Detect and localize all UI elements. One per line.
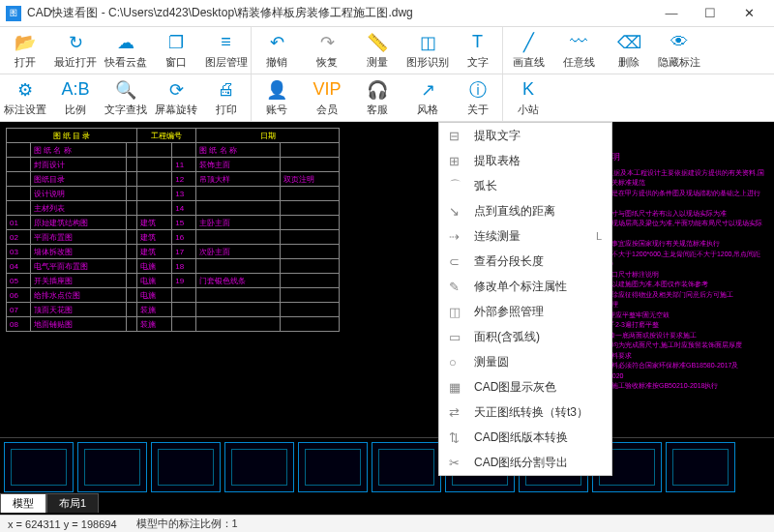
tool-open[interactable]: 📂打开 bbox=[0, 27, 50, 74]
menu-item[interactable]: ✂CAD图纸分割导出 bbox=[439, 450, 611, 475]
shape-icon: ◫ bbox=[417, 32, 438, 53]
table-row: 02平面布置图建筑16 bbox=[7, 230, 340, 245]
drawing-canvas[interactable]: 图 纸 目 录工程编号日期图 纸 名 称图 纸 名 称封面设计11装饰主面图纸目… bbox=[0, 122, 774, 526]
tool-label: 文字 bbox=[467, 55, 489, 70]
redo-icon: ↷ bbox=[316, 32, 338, 53]
menu-item[interactable]: ◫外部参照管理 bbox=[439, 299, 611, 324]
toolbar-row-2: ⚙标注设置A:B比例🔍文字查找⟳屏幕旋转🖨打印👤账号VIP会员🎧客服↗风格ⓘ关于… bbox=[0, 74, 774, 122]
tool-label: 打印 bbox=[216, 103, 237, 117]
thumbnail[interactable] bbox=[372, 442, 441, 492]
tool-label: 会员 bbox=[316, 103, 338, 117]
window-icon: ❐ bbox=[165, 32, 187, 53]
tool-label: 打开 bbox=[15, 55, 36, 70]
tool-rotate[interactable]: ⟳屏幕旋转 bbox=[151, 74, 201, 121]
print-icon: 🖨 bbox=[216, 79, 237, 101]
toolbar-row-1: 📂打开↻最近打开☁快看云盘❐窗口≡图层管理↶撤销↷恢复📏测量◫图形识别T文字╱画… bbox=[0, 27, 774, 74]
tool-style[interactable]: ↗风格 bbox=[402, 74, 453, 121]
tool-scale[interactable]: A:B比例 bbox=[50, 74, 101, 121]
thumbnail[interactable] bbox=[666, 442, 735, 492]
menu-item[interactable]: ✎修改单个标注属性 bbox=[439, 274, 611, 299]
freeline-icon: 〰 bbox=[568, 32, 589, 53]
menu-label: 连续测量 bbox=[474, 228, 521, 245]
menu-icon: ▦ bbox=[449, 380, 466, 395]
tool-account[interactable]: 👤账号 bbox=[252, 74, 302, 121]
style-icon: ↗ bbox=[417, 79, 438, 101]
menu-icon: ✂ bbox=[449, 456, 466, 470]
tool-recent[interactable]: ↻最近打开 bbox=[50, 27, 101, 74]
thumbnail[interactable] bbox=[151, 442, 221, 492]
statusbar: x = 624311 y = 198694 模型中的标注比例：1 bbox=[0, 515, 774, 532]
menu-label: 天正图纸转换（转t3） bbox=[474, 404, 588, 421]
tool-dimset[interactable]: ⚙标注设置 bbox=[0, 74, 50, 121]
titlebar: 图 CAD快速看图 - C:\Users\zd423\Desktop\精装修样板… bbox=[0, 0, 774, 27]
menu-item[interactable]: ⇢连续测量L bbox=[439, 223, 611, 249]
tool-label: 窗口 bbox=[165, 55, 187, 70]
tool-about[interactable]: ⓘ关于 bbox=[453, 74, 503, 121]
tool-cloud[interactable]: ☁快看云盘 bbox=[101, 27, 151, 74]
menu-label: 提取文字 bbox=[474, 128, 521, 144]
tool-shape[interactable]: ◫图形识别 bbox=[402, 27, 453, 74]
menu-icon: ⊟ bbox=[449, 129, 466, 143]
tool-label: 画直线 bbox=[513, 55, 545, 70]
menu-item[interactable]: ○测量圆 bbox=[439, 349, 611, 374]
menu-item[interactable]: ⊂查看分段长度 bbox=[439, 249, 611, 274]
tab-model[interactable]: 模型 bbox=[0, 493, 46, 513]
menu-item[interactable]: ↘点到直线的距离 bbox=[439, 198, 611, 223]
tool-undo[interactable]: ↶撤销 bbox=[252, 27, 302, 74]
menu-item[interactable]: ⊞提取表格 bbox=[439, 148, 611, 173]
thumbnail[interactable] bbox=[298, 442, 368, 492]
tool-label: 关于 bbox=[467, 103, 489, 117]
menu-icon: ⊂ bbox=[449, 254, 466, 269]
maximize-button[interactable]: ☐ bbox=[691, 0, 729, 27]
layer-icon: ≡ bbox=[216, 32, 237, 53]
menu-label: 修改单个标注属性 bbox=[474, 279, 567, 295]
menu-item[interactable]: ⊟提取文字 bbox=[439, 123, 611, 148]
tool-site[interactable]: K小站 bbox=[503, 74, 553, 121]
close-button[interactable]: ✕ bbox=[729, 0, 768, 27]
table-row: 05开关插座图电施19门套银色线条 bbox=[7, 274, 340, 288]
tool-vip[interactable]: VIP会员 bbox=[302, 74, 352, 121]
table-row: 图 纸 名 称图 纸 名 称 bbox=[7, 143, 340, 158]
table-row: 03墙体拆改图建筑17次卧主面 bbox=[7, 245, 340, 259]
tool-redo[interactable]: ↷恢复 bbox=[302, 27, 352, 74]
site-icon: K bbox=[518, 79, 539, 101]
table-row: 07顶面天花图装施 bbox=[7, 303, 340, 317]
tool-layer[interactable]: ≡图层管理 bbox=[201, 27, 252, 74]
tool-hide[interactable]: 👁隐藏标注 bbox=[654, 27, 704, 74]
tool-label: 任意线 bbox=[563, 55, 595, 70]
line-icon: ╱ bbox=[518, 32, 539, 53]
tool-label: 最近打开 bbox=[54, 55, 97, 70]
tool-line[interactable]: ╱画直线 bbox=[503, 27, 553, 74]
tool-text[interactable]: T文字 bbox=[453, 27, 503, 74]
tool-measure[interactable]: 📏测量 bbox=[352, 27, 402, 74]
menu-item[interactable]: ▦CAD图显示灰色 bbox=[439, 374, 611, 399]
menu-icon: ⊞ bbox=[449, 154, 466, 168]
menu-item[interactable]: ⇄天正图纸转换（转t3） bbox=[439, 399, 611, 425]
menu-icon: ◫ bbox=[449, 305, 466, 319]
tool-findtext[interactable]: 🔍文字查找 bbox=[101, 74, 151, 121]
table-row: 08地面铺贴图装施 bbox=[7, 317, 340, 332]
thumbnail[interactable] bbox=[4, 442, 74, 492]
findtext-icon: 🔍 bbox=[115, 79, 136, 101]
thumbnail[interactable] bbox=[224, 442, 294, 492]
minimize-button[interactable]: — bbox=[652, 0, 691, 27]
tool-delete[interactable]: ⌫删除 bbox=[604, 27, 654, 74]
menu-item[interactable]: ▭面积(含弧线) bbox=[439, 324, 611, 349]
menu-item[interactable]: ⇅CAD图纸版本转换 bbox=[439, 425, 611, 450]
window-controls: — ☐ ✕ bbox=[652, 0, 768, 27]
tab-layout1[interactable]: 布局1 bbox=[46, 493, 99, 513]
menu-label: 测量圆 bbox=[474, 354, 509, 370]
tool-freeline[interactable]: 〰任意线 bbox=[553, 27, 604, 74]
menu-label: 弧长 bbox=[474, 178, 497, 194]
tool-print[interactable]: 🖨打印 bbox=[201, 74, 252, 121]
window-title: CAD快速看图 - C:\Users\zd423\Desktop\精装修样板房装… bbox=[27, 5, 652, 21]
tool-window[interactable]: ❐窗口 bbox=[151, 27, 201, 74]
menu-icon: ▭ bbox=[449, 330, 466, 344]
menu-label: CAD图纸版本转换 bbox=[474, 429, 568, 446]
hide-icon: 👁 bbox=[669, 32, 690, 53]
menu-item[interactable]: ⌒弧长 bbox=[439, 173, 611, 198]
thumbnail[interactable] bbox=[77, 442, 147, 492]
tool-service[interactable]: 🎧客服 bbox=[352, 74, 402, 121]
sheet-thumbnails bbox=[0, 437, 774, 497]
coords-readout: x = 624311 y = 198694 bbox=[8, 518, 117, 530]
